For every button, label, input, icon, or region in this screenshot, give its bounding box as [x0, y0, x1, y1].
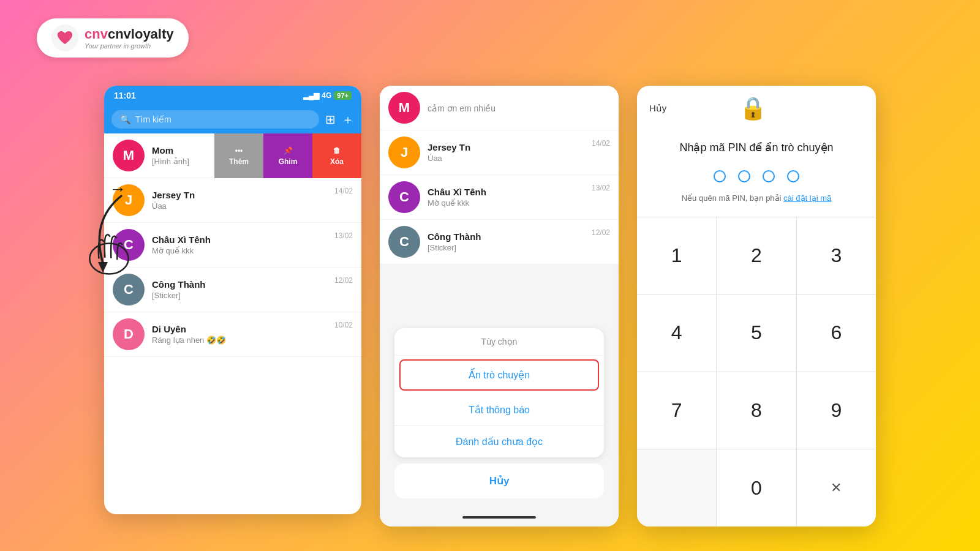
logo-tagline: Your partner in growth	[85, 42, 174, 50]
status-time: 11:01	[114, 91, 136, 100]
pin-key-0[interactable]: 0	[717, 449, 796, 527]
pin-key-4[interactable]: 4	[637, 294, 716, 372]
avatar-cong: C	[113, 274, 145, 305]
pin-key-8[interactable]: 8	[717, 372, 796, 449]
mute-notifications-option[interactable]: Tắt thông báo	[394, 394, 604, 426]
chat-name-jersey: Jersey Tn	[152, 190, 353, 200]
chat-info-cong: Công Thành [Sticker]	[152, 279, 353, 300]
swipe-more-button[interactable]: ••• Thêm	[214, 133, 263, 178]
screen2-name-cong: Công Thành	[428, 231, 610, 242]
pin-label: Ghim	[279, 157, 298, 166]
pin-dot-2	[738, 170, 750, 182]
battery-indicator: 97+	[334, 91, 352, 100]
pin-key-9[interactable]: 9	[797, 372, 876, 449]
avatar-mom: M	[113, 140, 145, 171]
chat-preview-jersey: Úaa	[152, 201, 353, 211]
network-type: 4G	[322, 91, 331, 100]
chat-preview-chau: Mờ quế kkk	[152, 246, 353, 255]
mark-unread-option[interactable]: Đánh dấu chưa đọc	[394, 426, 604, 457]
signal-bars-icon: ▂▄▆	[303, 91, 320, 100]
swipe-actions: ••• Thêm 📌 Ghim 🗑 Xóa	[214, 133, 361, 178]
chat-item-diuyen[interactable]: D Di Uyên Ráng lựa nhen 🤣🤣 10/02	[104, 312, 361, 357]
screen2-info-chau: Châu Xì Tênh Mờ quế kkk	[428, 187, 610, 208]
chat-date-jersey: 14/02	[334, 187, 353, 195]
chat-info-diuyen: Di Uyên Ráng lựa nhen 🤣🤣	[152, 324, 353, 345]
status-bar: 11:01 ▂▄▆ 4G 97+	[104, 86, 361, 105]
avatar-chau: C	[113, 229, 145, 261]
screen2-date-jersey: 14/02	[592, 139, 610, 148]
pin-key-3[interactable]: 3	[797, 217, 876, 294]
pin-key-2[interactable]: 2	[717, 217, 796, 294]
context-cancel-area: Hủy	[394, 463, 604, 498]
pin-dot-1	[714, 170, 726, 182]
logo: cnvcnvloyalty Your partner in growth	[37, 18, 189, 58]
swipe-delete-button[interactable]: 🗑 Xóa	[312, 133, 361, 178]
screen2-avatar-cong: C	[388, 226, 420, 258]
screen2-chat-partial: M cảm ơn em nhiều	[380, 86, 619, 130]
pin-reset-link[interactable]: cài đặt lại mã	[783, 193, 831, 203]
screen2-preview-cong: [Sticker]	[428, 243, 610, 252]
home-bar	[462, 516, 536, 519]
logo-brand: cnvcnvloyalty	[85, 26, 174, 42]
search-placeholder: Tìm kiếm	[135, 114, 172, 124]
pin-key-empty	[637, 449, 716, 527]
screen2-chat-list: M cảm ơn em nhiều J Jersey Tn Úaa 14/02 …	[380, 86, 619, 322]
chat-item-chau[interactable]: C Châu Xì Tênh Mờ quế kkk 13/02	[104, 223, 361, 268]
screen2-chat-info-1: cảm ơn em nhiều	[428, 102, 610, 113]
chat-name-chau: Châu Xì Tênh	[152, 234, 353, 245]
context-cancel-button[interactable]: Hủy	[394, 463, 604, 498]
context-menu: Tùy chọn Ẩn trò chuyện Tắt thông báo Đán…	[394, 328, 604, 457]
chat-item-jersey[interactable]: J Jersey Tn Úaa 14/02	[104, 178, 361, 223]
context-menu-title: Tùy chọn	[394, 328, 604, 356]
logo-brand-rest: cnvloyalty	[108, 26, 174, 42]
pin-header: Hủy 🔒	[637, 86, 876, 131]
chat-item-mom-swiped[interactable]: M Mom [Hình ảnh] 17/02 ••• Thêm 📌 G	[104, 133, 361, 178]
screen2-avatar-jersey: J	[388, 137, 420, 168]
more-icon: •••	[235, 146, 243, 155]
hide-chat-option-wrapper: Ẩn trò chuyện	[399, 359, 599, 391]
screens-container: 11:01 ▂▄▆ 4G 97+ 🔍 Tìm kiếm ⊞ ＋ M	[0, 86, 980, 527]
search-input-area[interactable]: 🔍 Tìm kiếm	[111, 110, 319, 129]
pin-dot-3	[763, 170, 775, 182]
screen2-name-jersey: Jersey Tn	[428, 142, 610, 152]
pin-key-6[interactable]: 6	[797, 294, 876, 372]
screen2-info-cong: Công Thành [Sticker]	[428, 231, 610, 252]
chat-name-diuyen: Di Uyên	[152, 324, 353, 334]
more-label: Thêm	[229, 157, 249, 166]
hide-chat-option[interactable]: Ẩn trò chuyện	[401, 361, 598, 389]
screen2-date-cong: 12/02	[592, 228, 610, 237]
context-menu-container: Tùy chọn Ẩn trò chuyện Tắt thông báo Đán…	[380, 322, 619, 508]
pin-key-5[interactable]: 5	[717, 294, 796, 372]
logo-brand-colored: cnv	[85, 26, 108, 42]
swipe-pin-button[interactable]: 📌 Ghim	[263, 133, 312, 178]
pin-dot-4	[787, 170, 799, 182]
screen3-pin-entry: Hủy 🔒 Nhập mã PIN để ẩn trò chuyện Nếu q…	[637, 86, 876, 527]
screen2-chat-chau[interactable]: C Châu Xì Tênh Mờ quế kkk 13/02	[380, 175, 619, 220]
chat-item-cong[interactable]: C Công Thành [Sticker] 12/02	[104, 268, 361, 312]
search-icon: 🔍	[120, 114, 130, 124]
pin-keypad: 1 2 3 4 5 6 7 8 9 0 ✕	[637, 217, 876, 527]
pin-delete-button[interactable]: ✕	[797, 449, 876, 527]
pin-key-7[interactable]: 7	[637, 372, 716, 449]
chat-list: M Mom [Hình ảnh] 17/02 ••• Thêm 📌 G	[104, 133, 361, 357]
pin-key-1[interactable]: 1	[637, 217, 716, 294]
pin-cancel-button[interactable]: Hủy	[649, 103, 666, 114]
screen2-chat-jersey[interactable]: J Jersey Tn Úaa 14/02	[380, 130, 619, 175]
screen2-preview-jersey: Úaa	[428, 154, 610, 163]
screen2-name-chau: Châu Xì Tênh	[428, 187, 610, 197]
avatar-jersey: J	[113, 184, 145, 216]
home-indicator	[380, 508, 619, 527]
screen2-avatar-chau: C	[388, 181, 420, 213]
screen2-context-menu: M cảm ơn em nhiều J Jersey Tn Úaa 14/02 …	[380, 86, 619, 527]
screen2-chat-cong[interactable]: C Công Thành [Sticker] 12/02	[380, 220, 619, 264]
search-bar: 🔍 Tìm kiếm ⊞ ＋	[104, 105, 361, 133]
chat-info-chau: Châu Xì Tênh Mờ quế kkk	[152, 234, 353, 255]
chat-preview-diuyen: Ráng lựa nhen 🤣🤣	[152, 335, 353, 345]
screen2-info-jersey: Jersey Tn Úaa	[428, 142, 610, 163]
chat-date-chau: 13/02	[334, 231, 353, 240]
qr-code-button[interactable]: ⊞	[325, 112, 336, 127]
avatar-diuyen: D	[113, 318, 145, 350]
lock-icon: 🔒	[666, 96, 839, 121]
add-chat-button[interactable]: ＋	[342, 111, 354, 128]
pin-title: Nhập mã PIN để ẩn trò chuyện	[679, 141, 833, 154]
